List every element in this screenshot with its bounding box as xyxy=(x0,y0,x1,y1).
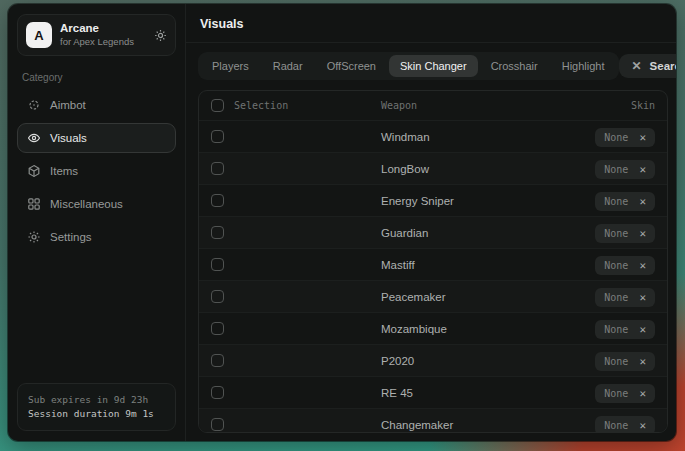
search-button[interactable]: ✕ Search xyxy=(619,54,676,78)
table-row: Changemaker None ✕ xyxy=(199,408,667,433)
tab-highlight[interactable]: Highlight xyxy=(551,55,616,77)
sidebar-item-label: Visuals xyxy=(50,132,87,144)
tab-skin-changer[interactable]: Skin Changer xyxy=(389,55,478,77)
crosshair-icon xyxy=(27,98,41,112)
app-subtitle: for Apex Legends xyxy=(60,37,134,48)
skin-select[interactable]: None ✕ xyxy=(595,384,655,403)
row-checkbox[interactable] xyxy=(211,162,224,175)
row-checkbox[interactable] xyxy=(211,290,224,303)
sidebar-item-aimbot[interactable]: Aimbot xyxy=(17,90,176,120)
sidebar-item-settings[interactable]: Settings xyxy=(17,222,176,252)
search-button-label: Search xyxy=(650,60,676,72)
clear-skin-icon[interactable]: ✕ xyxy=(639,228,646,239)
skin-select[interactable]: None ✕ xyxy=(595,128,655,147)
weapon-name: Changemaker xyxy=(381,419,595,431)
sidebar-item-miscellaneous[interactable]: Miscellaneous xyxy=(17,189,176,219)
clear-skin-icon[interactable]: ✕ xyxy=(639,132,646,143)
skin-value: None xyxy=(604,388,628,399)
weapon-name: Mozambique xyxy=(381,323,595,335)
subscription-info-card: Sub expires in 9d 23h Session duration 9… xyxy=(17,383,176,432)
sub-expires-text: Sub expires in 9d 23h xyxy=(28,393,165,407)
skin-value: None xyxy=(604,260,628,271)
row-checkbox[interactable] xyxy=(211,226,224,239)
table-row: LongBow None ✕ xyxy=(199,152,667,184)
skin-select[interactable]: None ✕ xyxy=(595,416,655,434)
weapon-name: P2020 xyxy=(381,355,595,367)
clear-skin-icon[interactable]: ✕ xyxy=(639,164,646,175)
weapon-name: Mastiff xyxy=(381,259,595,271)
row-checkbox[interactable] xyxy=(211,130,224,143)
row-checkbox[interactable] xyxy=(211,322,224,335)
clear-skin-icon[interactable]: ✕ xyxy=(639,388,646,399)
sidebar-item-label: Settings xyxy=(50,231,92,243)
app-window: A Arcane for Apex Legends Category Aimbo xyxy=(8,4,676,441)
table-row: RE 45 None ✕ xyxy=(199,376,667,408)
clear-skin-icon[interactable]: ✕ xyxy=(639,196,646,207)
main-panel: Visuals Players Radar OffScreen Skin Cha… xyxy=(186,4,676,441)
weapon-name: LongBow xyxy=(381,163,595,175)
weapon-name: RE 45 xyxy=(381,387,595,399)
x-icon: ✕ xyxy=(632,60,642,72)
table-body: Windman None ✕ LongBow None ✕ Energy Sni… xyxy=(199,120,667,433)
clear-skin-icon[interactable]: ✕ xyxy=(639,292,646,303)
sidebar-item-visuals[interactable]: Visuals xyxy=(17,123,176,153)
skin-select[interactable]: None ✕ xyxy=(595,352,655,371)
sidebar-item-label: Aimbot xyxy=(50,99,86,111)
skin-select[interactable]: None ✕ xyxy=(595,224,655,243)
table-row: Mastiff None ✕ xyxy=(199,248,667,280)
session-duration-text: Session duration 9m 1s xyxy=(28,407,165,421)
clear-skin-icon[interactable]: ✕ xyxy=(639,356,646,367)
skin-select[interactable]: None ✕ xyxy=(595,288,655,307)
tab-radar[interactable]: Radar xyxy=(262,55,314,77)
skin-select[interactable]: None ✕ xyxy=(595,192,655,211)
row-checkbox[interactable] xyxy=(211,194,224,207)
table-row: Mozambique None ✕ xyxy=(199,312,667,344)
skin-value: None xyxy=(604,228,628,239)
gear-icon[interactable] xyxy=(154,29,167,42)
skin-select[interactable]: None ✕ xyxy=(595,160,655,179)
row-checkbox[interactable] xyxy=(211,258,224,271)
weapon-name: Peacemaker xyxy=(381,291,595,303)
row-checkbox[interactable] xyxy=(211,386,224,399)
skin-value: None xyxy=(604,356,628,367)
clear-skin-icon[interactable]: ✕ xyxy=(639,324,646,335)
header-selection: Selection xyxy=(234,100,288,111)
table-row: Guardian None ✕ xyxy=(199,216,667,248)
app-name: Arcane xyxy=(60,22,134,35)
skin-value: None xyxy=(604,420,628,431)
sidebar-item-label: Miscellaneous xyxy=(50,198,123,210)
table-row: Peacemaker None ✕ xyxy=(199,280,667,312)
sidebar-item-items[interactable]: Items xyxy=(17,156,176,186)
eye-icon xyxy=(27,131,41,145)
skin-select[interactable]: None ✕ xyxy=(595,320,655,339)
skin-value: None xyxy=(604,324,628,335)
tab-players[interactable]: Players xyxy=(201,55,260,77)
table-row: Energy Sniper None ✕ xyxy=(199,184,667,216)
page-title: Visuals xyxy=(186,4,676,43)
weapon-name: Windman xyxy=(381,131,595,143)
box-icon xyxy=(27,164,41,178)
table-header: Selection Weapon Skin xyxy=(199,91,667,120)
skin-value: None xyxy=(604,196,628,207)
category-label: Category xyxy=(22,72,171,83)
app-titles: Arcane for Apex Legends xyxy=(60,22,134,48)
skin-value: None xyxy=(604,164,628,175)
header-weapon: Weapon xyxy=(381,100,631,111)
weapon-name: Guardian xyxy=(381,227,595,239)
skin-select[interactable]: None ✕ xyxy=(595,256,655,275)
toolbar: Players Radar OffScreen Skin Changer Cro… xyxy=(186,43,676,88)
tab-offscreen[interactable]: OffScreen xyxy=(316,55,387,77)
app-header-card: A Arcane for Apex Legends xyxy=(17,14,176,56)
grid-icon xyxy=(27,197,41,211)
weapon-name: Energy Sniper xyxy=(381,195,595,207)
skin-value: None xyxy=(604,132,628,143)
sidebar: A Arcane for Apex Legends Category Aimbo xyxy=(8,4,186,441)
row-checkbox[interactable] xyxy=(211,418,224,431)
skin-table: Selection Weapon Skin Windman None ✕ Lon… xyxy=(198,90,668,433)
clear-skin-icon[interactable]: ✕ xyxy=(639,420,646,431)
select-all-checkbox[interactable] xyxy=(211,99,224,112)
tab-crosshair[interactable]: Crosshair xyxy=(480,55,549,77)
clear-skin-icon[interactable]: ✕ xyxy=(639,260,646,271)
row-checkbox[interactable] xyxy=(211,354,224,367)
table-row: Windman None ✕ xyxy=(199,120,667,152)
